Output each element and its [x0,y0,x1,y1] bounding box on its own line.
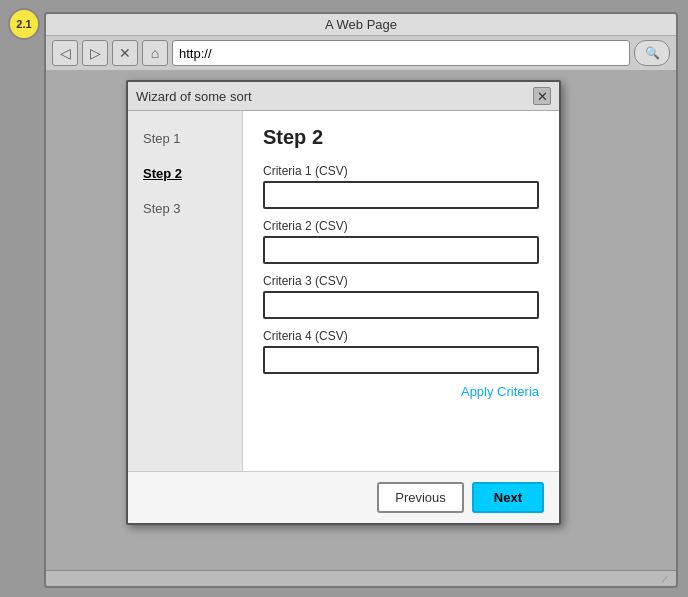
home-button[interactable]: ⌂ [142,40,168,66]
step-title: Step 2 [263,126,539,149]
search-button[interactable]: 🔍 [634,40,670,66]
criteria-4-label: Criteria 4 (CSV) [263,329,539,343]
wizard-sidebar: Step 1 Step 2 Step 3 [128,111,243,471]
sidebar-step-3[interactable]: Step 3 [143,201,227,216]
criteria-1-label: Criteria 1 (CSV) [263,164,539,178]
modal-close-button[interactable]: ✕ [533,87,551,105]
modal-footer: Previous Next [128,471,559,523]
modal-body: Step 1 Step 2 Step 3 Step 2 Criteria 1 (… [128,111,559,471]
criteria-3-label: Criteria 3 (CSV) [263,274,539,288]
resize-handle: ⟋ [660,573,670,584]
criteria-2-input[interactable] [263,236,539,264]
step-badge: 2.1 [8,8,40,40]
back-button[interactable]: ◁ [52,40,78,66]
criteria-1-input[interactable] [263,181,539,209]
modal-title: Wizard of some sort [136,89,252,104]
browser-title: A Web Page [46,14,676,36]
criteria-3-input[interactable] [263,291,539,319]
forward-button[interactable]: ▷ [82,40,108,66]
wizard-content: Step 2 Criteria 1 (CSV) Criteria 2 (CSV)… [243,111,559,471]
wizard-modal: Wizard of some sort ✕ Step 1 Step 2 Step… [126,80,561,525]
sidebar-step-1[interactable]: Step 1 [143,131,227,146]
address-bar[interactable] [172,40,630,66]
browser-content: Wizard of some sort ✕ Step 1 Step 2 Step… [46,70,676,570]
apply-criteria-link[interactable]: Apply Criteria [263,384,539,399]
next-button[interactable]: Next [472,482,544,513]
browser-status-bar: ⟋ [46,570,676,586]
sidebar-step-2[interactable]: Step 2 [143,166,227,181]
modal-title-bar: Wizard of some sort ✕ [128,82,559,111]
criteria-4-input[interactable] [263,346,539,374]
criteria-2-label: Criteria 2 (CSV) [263,219,539,233]
previous-button[interactable]: Previous [377,482,464,513]
close-button[interactable]: ✕ [112,40,138,66]
browser-nav: ◁ ▷ ✕ ⌂ 🔍 [46,36,676,70]
